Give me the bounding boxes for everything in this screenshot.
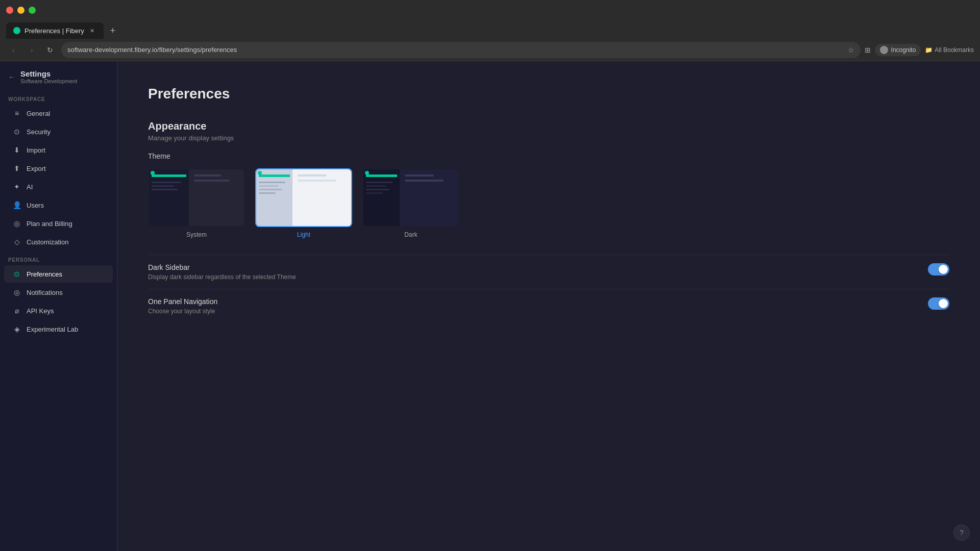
import-icon: ⬇	[12, 145, 21, 155]
incognito-button[interactable]: Incognito	[875, 44, 921, 56]
incognito-label: Incognito	[891, 46, 916, 54]
dark-right-line2	[405, 180, 444, 182]
reload-button[interactable]: ↻	[43, 43, 57, 57]
sidebar-item-general[interactable]: ≡ General	[4, 105, 113, 122]
dark-line1	[366, 182, 393, 183]
workspace-section-label: WORKSPACE	[0, 90, 117, 104]
sidebar-item-notifications[interactable]: ◎ Notifications	[4, 284, 113, 301]
dark-dot	[365, 171, 369, 175]
light-left-bar	[259, 174, 290, 177]
main-content: Preferences Appearance Manage your displ…	[117, 61, 980, 551]
dark-line2	[366, 185, 386, 187]
appearance-title: Appearance	[148, 120, 949, 132]
dark-left-bar	[366, 174, 397, 177]
sidebar-item-plan-billing[interactable]: ◎ Plan and Billing	[4, 215, 113, 232]
security-icon: ⊙	[12, 127, 21, 136]
dark-left-panel	[363, 169, 400, 226]
dark-sidebar-name: Dark Sidebar	[148, 263, 296, 271]
theme-subsection-title: Theme	[148, 152, 949, 160]
api-keys-icon: ⌀	[12, 306, 21, 315]
sidebar-item-api-keys-label: API Keys	[27, 307, 54, 315]
theme-card-system[interactable]: System	[148, 168, 245, 238]
close-window-button[interactable]	[6, 7, 13, 14]
help-button[interactable]: ?	[953, 524, 970, 541]
sidebar-item-general-label: General	[27, 110, 50, 117]
theme-label-light: Light	[297, 231, 310, 238]
dark-right-panel	[400, 169, 458, 226]
appearance-section: Appearance Manage your display settings …	[148, 120, 949, 323]
dark-line4	[366, 192, 383, 194]
sidebar-item-experimental-lab[interactable]: ◈ Experimental Lab	[4, 320, 113, 338]
sidebar-item-import-label: Import	[27, 146, 45, 154]
general-icon: ≡	[12, 109, 21, 118]
light-right-panel	[292, 169, 351, 226]
system-dot	[151, 171, 155, 175]
system-right-panel	[189, 169, 244, 226]
sidebar-item-customization-label: Customization	[27, 238, 68, 246]
incognito-icon	[880, 46, 888, 54]
sidebar: ← Settings Software Development WORKSPAC…	[0, 61, 117, 551]
theme-preview-light	[255, 168, 352, 227]
dark-sidebar-info: Dark Sidebar Display dark sidebar regard…	[148, 263, 296, 281]
theme-label-dark: Dark	[404, 231, 417, 238]
tab-close-button[interactable]: ✕	[88, 27, 96, 35]
all-bookmarks-label: All Bookmarks	[935, 46, 974, 54]
theme-card-dark[interactable]: Dark	[362, 168, 459, 238]
sidebar-item-experimental-lab-label: Experimental Lab	[27, 325, 78, 333]
sidebar-item-customization[interactable]: ◇ Customization	[4, 233, 113, 251]
theme-card-light[interactable]: Light	[255, 168, 352, 238]
export-icon: ⬆	[12, 164, 21, 173]
all-bookmarks-area[interactable]: 📁 All Bookmarks	[925, 46, 974, 54]
sidebar-item-preferences[interactable]: ⊙ Preferences	[4, 265, 113, 283]
users-icon: 👤	[12, 201, 21, 210]
sidebar-header[interactable]: ← Settings Software Development	[0, 61, 117, 90]
bookmark-folder-icon: 📁	[925, 46, 933, 54]
layout-icon[interactable]: ⊞	[865, 46, 871, 54]
active-tab[interactable]: Preferences | Fibery ✕	[6, 22, 104, 39]
sidebar-item-ai[interactable]: ✦ AI	[4, 178, 113, 195]
tab-title: Preferences | Fibery	[24, 27, 84, 35]
help-label: ?	[960, 529, 964, 537]
tab-bar: Preferences | Fibery ✕ +	[0, 20, 980, 39]
sidebar-item-security-label: Security	[27, 128, 51, 136]
nav-right: ⊞ Incognito 📁 All Bookmarks	[865, 44, 974, 56]
sidebar-item-export-label: Export	[27, 165, 46, 172]
one-panel-navigation-toggle[interactable]	[928, 297, 949, 310]
sidebar-item-security[interactable]: ⊙ Security	[4, 123, 113, 140]
ai-icon: ✦	[12, 182, 21, 191]
dark-sidebar-row: Dark Sidebar Display dark sidebar regard…	[148, 255, 949, 289]
page-title: Preferences	[148, 86, 949, 102]
forward-button[interactable]: ›	[24, 43, 39, 57]
appearance-description: Manage your display settings	[148, 134, 949, 142]
system-right-line1	[194, 174, 221, 177]
sidebar-item-users[interactable]: 👤 Users	[4, 196, 113, 214]
system-line2	[152, 185, 174, 187]
system-left-bar	[152, 174, 186, 177]
notifications-icon: ◎	[12, 288, 21, 297]
system-left-panel	[149, 169, 189, 226]
theme-label-system: System	[186, 231, 207, 238]
plan-billing-icon: ◎	[12, 219, 21, 228]
maximize-window-button[interactable]	[29, 7, 36, 14]
bookmark-icon[interactable]: ☆	[848, 46, 854, 54]
one-panel-navigation-row: One Panel Navigation Choose your layout …	[148, 289, 949, 323]
sidebar-item-api-keys[interactable]: ⌀ API Keys	[4, 302, 113, 319]
light-line2	[259, 185, 279, 187]
light-line4	[259, 192, 276, 194]
light-right-line1	[298, 174, 327, 177]
one-panel-navigation-name: One Panel Navigation	[148, 297, 217, 306]
light-dot	[258, 171, 262, 175]
system-right-line2	[194, 180, 230, 182]
back-button[interactable]: ‹	[6, 43, 20, 57]
new-tab-button[interactable]: +	[106, 23, 120, 38]
dark-sidebar-toggle[interactable]	[928, 263, 949, 276]
back-arrow-icon: ←	[8, 73, 15, 81]
address-bar[interactable]: software-development.fibery.io/fibery/se…	[61, 42, 861, 58]
nav-bar: ‹ › ↻ software-development.fibery.io/fib…	[0, 39, 980, 61]
sidebar-item-import[interactable]: ⬇ Import	[4, 141, 113, 159]
sidebar-item-ai-label: AI	[27, 183, 33, 191]
sidebar-item-export[interactable]: ⬆ Export	[4, 160, 113, 177]
minimize-window-button[interactable]	[17, 7, 24, 14]
personal-section-label: PERSONAL	[0, 251, 117, 265]
one-panel-navigation-description: Choose your layout style	[148, 308, 217, 315]
